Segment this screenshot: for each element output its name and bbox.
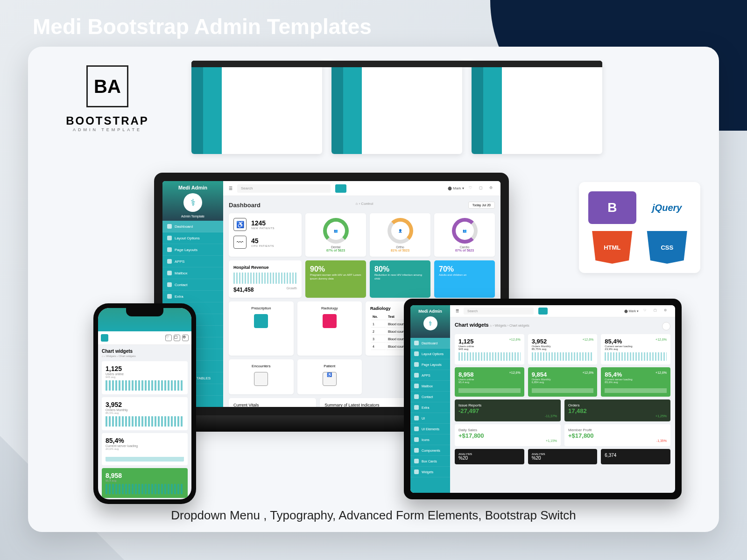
logo-text: BOOTSTRAP: [56, 114, 159, 127]
sidebar-item-icons[interactable]: Icons: [410, 434, 450, 445]
menu-icon[interactable]: ☰: [229, 186, 233, 191]
bootstrap-icon: B: [588, 191, 636, 224]
bell-icon[interactable]: ♡: [165, 335, 172, 341]
chart-widget-card: +12,6%3,952Orders Monthly85,75% avg: [528, 334, 598, 364]
sidebar-item-dashboard[interactable]: Dashboard: [410, 338, 450, 349]
patients-card: ♿1245NEW PATIENTS 〰45OPD PATIENTS: [229, 213, 302, 257]
gear-icon[interactable]: ⚙: [489, 186, 495, 191]
sidebar-item-extra[interactable]: Extra: [410, 402, 450, 413]
sidebar-item-contact[interactable]: Contact: [410, 392, 450, 402]
chart-icon: [254, 372, 268, 386]
phone-page-title: Chart widgets: [102, 349, 188, 354]
nav-icon: [414, 437, 419, 442]
donut-cardio: 👥Cardio67% of 5823: [434, 213, 495, 257]
chart-widget-card: Daily Sales+$17,800+1,15%: [455, 424, 561, 446]
logo-mark: BA: [86, 65, 128, 107]
wheelchair-icon: ♿: [323, 372, 337, 386]
sidebar-item-mailbox[interactable]: Mailbox: [410, 381, 450, 392]
user-name[interactable]: Mark: [453, 186, 461, 190]
sidebar-item-components[interactable]: Components: [410, 445, 450, 456]
jquery-icon: jQuery: [643, 191, 691, 224]
search-button[interactable]: [335, 184, 346, 193]
footer-features: Dropdown Menu , Typography, Advanced For…: [28, 508, 719, 523]
prescription-card[interactable]: Prescription: [229, 301, 294, 356]
preview-thumb-tickets[interactable]: Tickets: [472, 61, 602, 154]
sidebar-header: Medi Admin ⚕ Admin Template: [162, 181, 223, 221]
radiology-card[interactable]: Radiology: [297, 301, 362, 356]
sidebar-item-layout-options[interactable]: Layout Options: [410, 349, 450, 359]
chart-widget-card: Orders17,482+1,25%: [564, 399, 670, 421]
chart-widget-card: 85,4%Current server loading24,6% avg: [102, 433, 188, 465]
date-picker[interactable]: Today Jul 20: [468, 202, 495, 209]
wheelchair-icon: ♿: [233, 218, 247, 231]
stat-value: 1245: [251, 219, 275, 227]
chart-widget-card: 1,125Users online945 avg: [102, 361, 188, 394]
sidebar-item-page-layouts[interactable]: Page Layouts: [162, 244, 223, 256]
nav-icon: [414, 416, 419, 420]
css3-icon: CSS: [643, 231, 691, 264]
sidebar-item-apps[interactable]: APPS: [410, 370, 450, 381]
nav-icon: [414, 459, 419, 463]
sidebar-item-box-cards[interactable]: Box Cards: [410, 456, 450, 467]
topbar: ☰ Search ⬤ Mark ▾ ♡ ▢ ⚙: [223, 181, 500, 196]
nav-icon: [414, 341, 419, 345]
sidebar-item-apps[interactable]: APPS: [162, 256, 223, 267]
breadcrumb[interactable]: ⌂ › Widgets › Chart widgets: [490, 324, 529, 327]
encounters-card[interactable]: Encounters: [229, 359, 294, 394]
search-icon[interactable]: [101, 334, 108, 342]
area-chart-icon: [458, 385, 521, 393]
sidebar-item-layout-options[interactable]: Layout Options: [162, 232, 223, 244]
sidebar-item-dashboard[interactable]: Dashboard: [162, 221, 223, 232]
collapse-icon[interactable]: [662, 322, 670, 330]
revenue-card: Hospital Revenue $41,458Growth: [229, 260, 302, 298]
search-button[interactable]: [538, 308, 548, 315]
sidebar-item-mailbox[interactable]: Mailbox: [162, 267, 223, 279]
nav-icon: [414, 351, 419, 356]
avatar-icon[interactable]: ⚕: [423, 316, 437, 330]
chart-widget-card: ANALYSIS%20: [455, 449, 524, 464]
gear-icon[interactable]: ⚙: [182, 335, 189, 341]
search-input[interactable]: Search: [237, 184, 331, 193]
preview-thumb-mailbox[interactable]: Mailbox: [191, 61, 322, 154]
tablet-mockup: Medi Admin ⚕ DashboardLayout OptionsPage…: [404, 299, 682, 499]
nav-icon: [414, 405, 419, 410]
sparkline-icon: [106, 452, 184, 462]
nav-icon: [167, 282, 172, 287]
preview-thumb-profile[interactable]: Profile: [331, 61, 462, 154]
calendar-icon[interactable]: ▢: [174, 335, 180, 341]
bell-icon[interactable]: ♡: [643, 308, 649, 314]
sidebar-item-extra[interactable]: Extra: [162, 291, 223, 302]
user-name[interactable]: Mark: [628, 309, 636, 313]
breadcrumb[interactable]: ⌂ › Control: [355, 202, 373, 209]
breadcrumb[interactable]: ⌂ › Widgets › Chart widgets: [102, 355, 188, 357]
nav-icon: [414, 373, 419, 378]
sparkline-icon: [532, 352, 594, 361]
calendar-icon[interactable]: ▢: [479, 186, 485, 191]
gear-icon[interactable]: ⚙: [664, 308, 669, 314]
sidebar-item-contact[interactable]: Contact: [162, 279, 223, 291]
nav-icon: [414, 469, 419, 474]
nav-icon: [414, 394, 419, 399]
sidebar-item-page-layouts[interactable]: Page Layouts: [410, 359, 450, 370]
stat-label: NEW PATIENTS: [251, 227, 275, 230]
sidebar-item-ui-elements[interactable]: UI Elements: [410, 424, 450, 434]
tech-badges: B jQuery HTML CSS: [579, 182, 700, 273]
donut-ortho: 👤Ortho81% of 5023: [370, 213, 430, 257]
avatar-icon[interactable]: ⚕: [183, 193, 202, 212]
logo-subtitle: ADMIN TEMPLATE: [56, 127, 159, 132]
sidebar-item-ui[interactable]: UI: [410, 413, 450, 424]
stat-value: 45: [251, 237, 274, 245]
nav-icon: [167, 271, 172, 275]
sidebar-item-widgets[interactable]: Widgets: [410, 467, 450, 477]
menu-icon[interactable]: ☰: [456, 309, 459, 313]
nav-icon: [167, 247, 172, 252]
chart-widget-card: ANALYSIS%20: [528, 449, 598, 464]
calendar-icon[interactable]: ▢: [654, 308, 659, 314]
area-chart-icon: [532, 385, 594, 393]
chart-widget-card: +12,6%85,4%Current server loading23,9% a…: [601, 334, 670, 364]
bell-icon[interactable]: ♡: [469, 186, 474, 191]
search-input[interactable]: Search: [464, 308, 534, 315]
patient-card[interactable]: Patient♿: [297, 359, 362, 394]
document-icon: [254, 314, 268, 328]
chart-widget-card: 3,952Orders Monthly85,5% avg: [102, 397, 188, 430]
